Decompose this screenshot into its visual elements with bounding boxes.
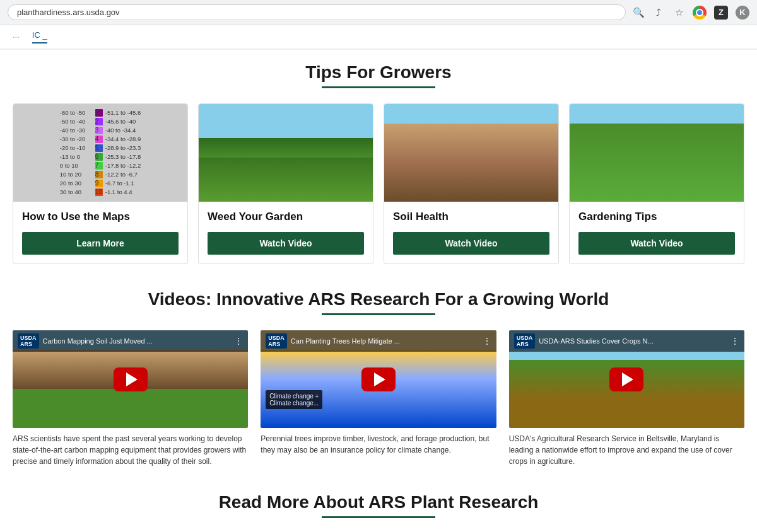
weed-watch-video-button[interactable]: Watch Video (208, 232, 364, 255)
learn-more-button[interactable]: Learn More (22, 232, 179, 255)
tip-card-soil-title: Soil Health (393, 211, 549, 223)
soil-health-image (384, 104, 558, 202)
tip-card-weed-body: Weed Your Garden Watch Video (199, 202, 373, 263)
nav-partial-left: ... (13, 30, 20, 43)
tip-card-soil: Soil Health Watch Video (384, 103, 559, 264)
video-play-carbon[interactable] (114, 367, 148, 391)
tip-card-weed: Weed Your Garden Watch Video (198, 103, 373, 264)
tips-section: Tips For Growers -60 to -50 1 -51.1 to -… (13, 62, 744, 264)
video-thumb-trees[interactable]: USDAARS Can Planting Trees Help Mitigate… (261, 330, 496, 428)
user-icon[interactable]: K (736, 6, 749, 20)
video-menu-trees[interactable]: ⋮ (483, 336, 491, 346)
weed-garden-image (199, 104, 373, 202)
tip-card-maps-body: How to Use the Maps Learn More (13, 202, 187, 263)
videos-section: Videos: Innovative ARS Research For a Gr… (13, 289, 744, 467)
video-play-trees[interactable] (361, 367, 396, 391)
url-bar[interactable]: planthardiness.ars.usda.gov (8, 4, 626, 20)
video-card-carbon: USDAARS Carbon Mapping Soil Just Moved .… (13, 330, 248, 467)
zotero-icon[interactable]: Z (714, 6, 728, 20)
tips-grid: -60 to -50 1 -51.1 to -45.6 -50 to -40 2… (13, 103, 744, 264)
tips-section-title: Tips For Growers (13, 62, 744, 83)
browser-chrome: planthardiness.ars.usda.gov 🔍 ⤴ ☆ Z K (0, 0, 757, 25)
tip-card-gardening-body: Gardening Tips Watch Video (570, 202, 744, 263)
map-legend-image: -60 to -50 1 -51.1 to -45.6 -50 to -40 2… (13, 104, 187, 202)
usda-badge-cover: USDAARS (514, 333, 536, 349)
videos-grid: USDAARS Carbon Mapping Soil Just Moved .… (13, 330, 744, 467)
video-title-carbon: Carbon Mapping Soil Just Moved ... (43, 337, 231, 345)
video-header-cover: USDAARS USDA-ARS Studies Cover Crops N..… (509, 330, 744, 352)
video-thumb-cover[interactable]: USDAARS USDA-ARS Studies Cover Crops N..… (509, 330, 744, 428)
soil-watch-video-button[interactable]: Watch Video (393, 232, 549, 255)
read-more-section: Read More About ARS Plant Research (13, 492, 744, 532)
tips-title-underline (322, 86, 435, 88)
tip-card-maps-title: How to Use the Maps (22, 211, 179, 223)
usda-badge-trees: USDAARS (266, 333, 287, 349)
chrome-icon[interactable] (693, 6, 707, 20)
videos-section-title: Videos: Innovative ARS Research For a Gr… (13, 289, 744, 309)
usda-badge-carbon: USDAARS (18, 333, 39, 349)
read-more-title: Read More About ARS Plant Research (13, 492, 744, 512)
video-overlay-trees: Climate change +Climate change... (266, 390, 322, 409)
nav-strip: ... IC _ (0, 25, 757, 50)
video-thumb-carbon[interactable]: USDAARS Carbon Mapping Soil Just Moved .… (13, 330, 248, 428)
video-card-cover: USDAARS USDA-ARS Studies Cover Crops N..… (509, 330, 744, 467)
video-header-carbon: USDAARS Carbon Mapping Soil Just Moved .… (13, 330, 248, 352)
video-desc-carbon: ARS scientists have spent the past sever… (13, 433, 248, 467)
share-icon[interactable]: ⤴ (652, 6, 665, 19)
video-title-cover: USDA-ARS Studies Cover Crops N... (539, 337, 727, 345)
nav-link-active[interactable]: IC _ (32, 30, 47, 43)
tip-card-maps: -60 to -50 1 -51.1 to -45.6 -50 to -40 2… (13, 103, 188, 264)
read-more-underline (322, 516, 435, 518)
video-play-cover[interactable] (609, 367, 643, 391)
bookmark-icon[interactable]: ☆ (672, 6, 685, 19)
browser-toolbar-icons: 🔍 ⤴ ☆ Z K (632, 6, 749, 20)
video-card-trees: USDAARS Can Planting Trees Help Mitigate… (261, 330, 496, 467)
gardening-tips-image (570, 104, 744, 202)
gardening-watch-video-button[interactable]: Watch Video (578, 232, 735, 255)
main-content: Tips For Growers -60 to -50 1 -51.1 to -… (0, 50, 757, 532)
video-title-trees: Can Planting Trees Help Mitigate ... (291, 337, 479, 345)
tip-card-gardening-title: Gardening Tips (578, 211, 735, 223)
tip-card-soil-body: Soil Health Watch Video (384, 202, 558, 263)
video-menu-cover[interactable]: ⋮ (731, 336, 739, 346)
videos-title-underline (322, 313, 435, 315)
video-desc-cover: USDA's Agricultural Research Service in … (509, 433, 744, 467)
search-icon[interactable]: 🔍 (632, 6, 645, 19)
tip-card-weed-title: Weed Your Garden (208, 211, 364, 223)
video-header-trees: USDAARS Can Planting Trees Help Mitigate… (261, 330, 496, 352)
tip-card-gardening: Gardening Tips Watch Video (569, 103, 744, 264)
video-menu-carbon[interactable]: ⋮ (234, 336, 243, 346)
video-desc-trees: Perennial trees improve timber, livestoc… (261, 433, 496, 456)
